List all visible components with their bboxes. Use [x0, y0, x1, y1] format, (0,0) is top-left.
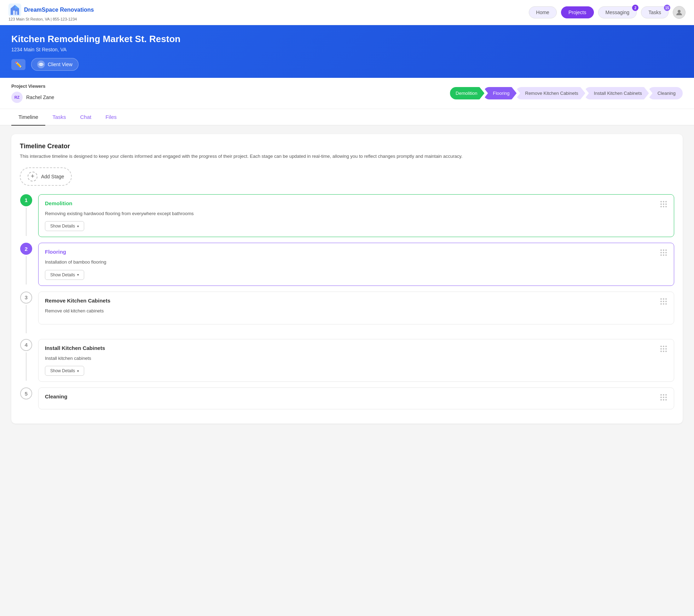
pipeline-step-remove-cabinets[interactable]: Remove Kitchen Cabinets [515, 87, 585, 99]
logo-area: DreamSpace Renovations 123 Main St Resto… [8, 4, 529, 21]
viewer-avatar: RZ [11, 92, 23, 103]
stage-number-col-1: 1 [20, 194, 33, 236]
stage-card-1: Demolition Removing existing hardwood fl… [38, 194, 674, 237]
company-address: 123 Main St Reston, VA | 855-123-1234 [8, 17, 529, 21]
stage-card-header-2: Flooring [45, 249, 667, 257]
stage-card-5: Cleaning [38, 387, 674, 409]
show-details-arrow-1: ▾ [77, 224, 79, 228]
svg-rect-3 [13, 11, 15, 15]
stage-connector-3 [26, 305, 27, 333]
show-details-arrow-2: ▾ [77, 273, 79, 277]
pipeline-step-cleaning[interactable]: Cleaning [648, 87, 683, 99]
show-details-arrow-4: ▾ [77, 369, 79, 373]
svg-rect-4 [16, 11, 17, 15]
drag-handle-2[interactable] [660, 249, 667, 257]
project-meta: Project Viewers RZ Rachel Zane Demolitio… [0, 78, 694, 109]
stage-connector-4 [26, 352, 27, 381]
stage-row-1: 1 Demolition Removing existing hardwood … [20, 194, 674, 237]
stage-number-col-5: 5 [20, 387, 33, 399]
stage-card-title-2: Flooring [45, 249, 66, 255]
messaging-badge: 2 [632, 5, 638, 11]
stages-list: 1 Demolition Removing existing hardwood … [20, 194, 674, 415]
viewers-section: Project Viewers RZ Rachel Zane [11, 84, 54, 103]
nav-items: Home Projects Messaging 2 Tasks 15 [529, 6, 686, 19]
svg-point-8 [41, 64, 42, 65]
stage-number-col-4: 4 [20, 339, 33, 381]
stage-row-5: 5 Cleaning [20, 387, 674, 409]
stage-row-3: 3 Remove Kitchen Cabinets Remove old kit… [20, 292, 674, 333]
viewer-item: RZ Rachel Zane [11, 92, 54, 103]
stage-number-4: 4 [20, 339, 32, 351]
stage-card-desc-3: Remove old kitchen cabinets [45, 307, 667, 315]
tab-timeline[interactable]: Timeline [11, 109, 45, 126]
stage-number-col-2: 2 [20, 243, 33, 284]
stage-row-4: 4 Install Kitchen Cabinets Install kitch… [20, 339, 674, 382]
eye-icon [37, 61, 45, 68]
logo-icon [8, 4, 21, 16]
svg-point-5 [678, 10, 681, 13]
pipeline: Demolition Flooring Remove Kitchen Cabin… [450, 87, 683, 99]
stage-card-title-1: Demolition [45, 200, 73, 206]
project-header: Kitchen Remodeling Market St. Reston 123… [0, 25, 694, 78]
nav-tasks-button[interactable]: Tasks 15 [641, 6, 669, 18]
viewer-name: Rachel Zane [26, 94, 54, 100]
nav-projects-button[interactable]: Projects [561, 6, 594, 18]
drag-handle-3[interactable] [660, 298, 667, 305]
tasks-badge: 15 [664, 5, 670, 11]
stage-card-header-4: Install Kitchen Cabinets [45, 345, 667, 353]
drag-handle-5[interactable] [660, 393, 667, 401]
stage-number-1: 1 [20, 194, 32, 206]
stage-card-title-5: Cleaning [45, 393, 67, 399]
stage-card-header-1: Demolition [45, 200, 667, 208]
client-view-button[interactable]: Client View [31, 58, 79, 71]
user-icon [676, 9, 683, 16]
user-avatar-button[interactable] [673, 6, 686, 19]
stage-card-4: Install Kitchen Cabinets Install kitchen… [38, 339, 674, 382]
stage-card-desc-2: Installation of bamboo flooring [45, 259, 667, 266]
stage-connector-2 [26, 256, 27, 284]
stage-card-title-3: Remove Kitchen Cabinets [45, 298, 110, 304]
pipeline-step-flooring[interactable]: Flooring [483, 87, 517, 99]
timeline-creator-desc: This interactive timeline is designed to… [20, 153, 674, 160]
stage-number-2: 2 [20, 243, 32, 255]
project-address: 1234 Main St Reston, VA [11, 47, 683, 52]
nav-messaging-button[interactable]: Messaging 2 [598, 6, 637, 18]
stage-card-3: Remove Kitchen Cabinets Remove old kitch… [38, 292, 674, 325]
show-details-button-2[interactable]: Show Details ▾ [45, 270, 84, 280]
timeline-creator-title: Timeline Creator [20, 143, 674, 150]
stage-number-5: 5 [20, 387, 32, 399]
stage-card-header-5: Cleaning [45, 393, 667, 401]
stage-card-2: Flooring Installation of bamboo flooring… [38, 243, 674, 286]
client-view-label: Client View [48, 62, 73, 67]
tabs-bar: Timeline Tasks Chat Files [0, 109, 694, 126]
add-stage-plus-icon: + [28, 172, 37, 182]
stage-number-3: 3 [20, 292, 32, 304]
timeline-card: Timeline Creator This interactive timeli… [11, 134, 683, 424]
stage-row-2: 2 Flooring Installation of bamboo floori… [20, 243, 674, 286]
viewers-label: Project Viewers [11, 84, 54, 89]
main-content: Timeline Creator This interactive timeli… [0, 126, 694, 432]
edit-project-button[interactable]: ✏️ [11, 59, 25, 70]
project-title: Kitchen Remodeling Market St. Reston [11, 34, 683, 45]
stage-connector-1 [26, 208, 27, 236]
stage-card-title-4: Install Kitchen Cabinets [45, 345, 105, 351]
tab-tasks[interactable]: Tasks [45, 109, 73, 126]
tab-files[interactable]: Files [98, 109, 124, 126]
company-name: DreamSpace Renovations [24, 7, 94, 13]
stage-card-header-3: Remove Kitchen Cabinets [45, 298, 667, 305]
top-nav: DreamSpace Renovations 123 Main St Resto… [0, 0, 694, 25]
pipeline-step-install-cabinets[interactable]: Install Kitchen Cabinets [584, 87, 649, 99]
stage-card-desc-1: Removing existing hardwood flooring from… [45, 210, 667, 217]
drag-handle-1[interactable] [660, 200, 667, 208]
pipeline-step-demolition[interactable]: Demolition [450, 87, 484, 99]
show-details-button-4[interactable]: Show Details ▾ [45, 366, 84, 376]
add-stage-label: Add Stage [41, 174, 64, 179]
add-stage-button[interactable]: + Add Stage [20, 167, 72, 186]
stage-number-col-3: 3 [20, 292, 33, 333]
show-details-button-1[interactable]: Show Details ▾ [45, 221, 84, 231]
nav-home-button[interactable]: Home [529, 6, 557, 18]
drag-handle-4[interactable] [660, 345, 667, 353]
stage-card-desc-4: Install kitchen cabinets [45, 355, 667, 362]
tab-chat[interactable]: Chat [73, 109, 98, 126]
